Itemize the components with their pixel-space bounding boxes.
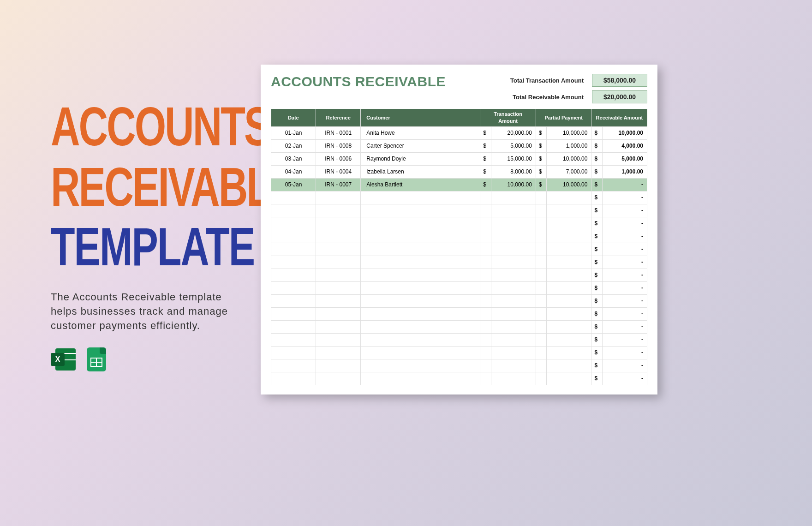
cell-transaction: 8,000.00	[491, 165, 536, 178]
cell-currency: $	[591, 281, 602, 294]
header-partial: Partial Payment	[536, 109, 591, 126]
cell-receivable: -	[602, 230, 647, 243]
cell-date: 01-Jan	[271, 126, 316, 139]
cell-date: 04-Jan	[271, 165, 316, 178]
cell-partial: 10,000.00	[547, 178, 591, 191]
header-transaction: Transaction Amount	[480, 109, 536, 126]
table-row-empty: $-	[271, 230, 647, 243]
cell-partial: 10,000.00	[547, 126, 591, 139]
cell-currency: $	[591, 307, 602, 320]
cell-receivable: 4,000.00	[602, 139, 647, 152]
header-date: Date	[271, 109, 316, 126]
table-row-empty: $-	[271, 359, 647, 372]
cell-transaction: 15,000.00	[491, 152, 536, 165]
table-row-empty: $-	[271, 204, 647, 217]
cell-customer: Alesha Bartlett	[361, 178, 480, 191]
receivables-table: Date Reference Customer Transaction Amou…	[271, 109, 647, 385]
cell-receivable: -	[602, 217, 647, 230]
total-receivable-row: Total Receivable Amount $20,000.00	[510, 90, 647, 103]
cell-currency: $	[536, 139, 546, 152]
cell-partial: 10,000.00	[547, 152, 591, 165]
cell-customer: Raymond Doyle	[361, 152, 480, 165]
cell-transaction: 20,000.00	[491, 126, 536, 139]
table-row: 05-JanIRN - 0007Alesha Bartlett$10,000.0…	[271, 178, 647, 191]
total-transaction-value: $58,000.00	[592, 74, 647, 87]
cell-date: 02-Jan	[271, 139, 316, 152]
table-row: 04-JanIRN - 0004Izabella Larsen$8,000.00…	[271, 165, 647, 178]
table-row-empty: $-	[271, 346, 647, 359]
cell-receivable: -	[602, 372, 647, 385]
cell-currency: $	[591, 256, 602, 269]
cell-currency: $	[591, 152, 602, 165]
table-row-empty: $-	[271, 191, 647, 204]
table-row: 01-JanIRN - 0001Anita Howe$20,000.00$10,…	[271, 126, 647, 139]
total-receivable-label: Total Receivable Amount	[513, 94, 584, 101]
table-row-empty: $-	[271, 256, 647, 269]
cell-receivable: -	[602, 281, 647, 294]
app-icons: X	[51, 347, 245, 372]
table-header-row: Date Reference Customer Transaction Amou…	[271, 109, 647, 126]
cell-receivable: 5,000.00	[602, 152, 647, 165]
table-row-empty: $-	[271, 269, 647, 281]
cell-receivable: -	[602, 307, 647, 320]
cell-currency: $	[591, 139, 602, 152]
table-row-empty: $-	[271, 320, 647, 333]
cell-currency: $	[591, 217, 602, 230]
total-receivable-value: $20,000.00	[592, 90, 647, 103]
total-transaction-label: Total Transaction Amount	[510, 77, 584, 84]
title-accounts: ACCOUNTS	[51, 102, 245, 152]
cell-transaction: 10,000.00	[491, 178, 536, 191]
cell-reference: IRN - 0001	[316, 126, 361, 139]
cell-receivable: -	[602, 269, 647, 281]
header-receivable: Receivable Amount	[591, 109, 647, 126]
cell-partial: 1,000.00	[547, 139, 591, 152]
cell-receivable: -	[602, 320, 647, 333]
promo-panel: ACCOUNTS RECEIVABLE TEMPLATE The Account…	[51, 102, 245, 372]
cell-receivable: -	[602, 204, 647, 217]
cell-currency: $	[536, 178, 546, 191]
table-row: 03-JanIRN - 0006Raymond Doyle$15,000.00$…	[271, 152, 647, 165]
cell-currency: $	[591, 294, 602, 307]
cell-receivable: -	[602, 243, 647, 256]
excel-icon: X	[51, 347, 77, 372]
sheet-title: ACCOUNTS RECEIVABLE	[271, 74, 446, 90]
cell-transaction: 5,000.00	[491, 139, 536, 152]
cell-receivable: -	[602, 178, 647, 191]
cell-reference: IRN - 0007	[316, 178, 361, 191]
table-row-empty: $-	[271, 243, 647, 256]
cell-currency: $	[591, 269, 602, 281]
cell-receivable: -	[602, 333, 647, 346]
cell-reference: IRN - 0006	[316, 152, 361, 165]
cell-currency: $	[591, 243, 602, 256]
total-transaction-row: Total Transaction Amount $58,000.00	[510, 74, 647, 87]
cell-currency: $	[591, 372, 602, 385]
totals-block: Total Transaction Amount $58,000.00 Tota…	[510, 74, 647, 103]
cell-currency: $	[591, 346, 602, 359]
sheet-header: ACCOUNTS RECEIVABLE Total Transaction Am…	[271, 74, 647, 103]
table-row-empty: $-	[271, 307, 647, 320]
cell-currency: $	[591, 333, 602, 346]
cell-reference: IRN - 0004	[316, 165, 361, 178]
cell-receivable: 10,000.00	[602, 126, 647, 139]
table-row-empty: $-	[271, 333, 647, 346]
table-row-empty: $-	[271, 217, 647, 230]
table-body: 01-JanIRN - 0001Anita Howe$20,000.00$10,…	[271, 126, 647, 385]
cell-currency: $	[591, 320, 602, 333]
table-row-empty: $-	[271, 294, 647, 307]
cell-currency: $	[536, 165, 546, 178]
cell-customer: Carter Spencer	[361, 139, 480, 152]
cell-customer: Anita Howe	[361, 126, 480, 139]
title-receivable: RECEIVABLE	[51, 162, 245, 212]
cell-receivable: -	[602, 294, 647, 307]
cell-currency: $	[591, 165, 602, 178]
cell-receivable: -	[602, 359, 647, 372]
header-customer: Customer	[361, 109, 480, 126]
cell-date: 03-Jan	[271, 152, 316, 165]
cell-currency: $	[480, 178, 491, 191]
table-row-empty: $-	[271, 281, 647, 294]
cell-receivable: 1,000.00	[602, 165, 647, 178]
promo-description: The Accounts Receivable template helps b…	[51, 290, 245, 333]
cell-currency: $	[480, 126, 491, 139]
spreadsheet-preview: ACCOUNTS RECEIVABLE Total Transaction Am…	[261, 65, 657, 394]
cell-currency: $	[536, 152, 546, 165]
